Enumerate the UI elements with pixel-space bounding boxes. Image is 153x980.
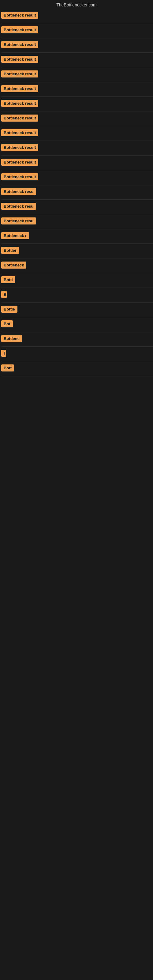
result-row: Bottleneck resu [1,185,153,200]
result-row: Bottleneck result [1,156,153,170]
result-row: Bot [1,317,153,332]
result-row: Bottleneck resu [1,200,153,215]
result-row: Bottleneck result [1,38,153,52]
result-row: B [1,288,153,302]
bottleneck-badge[interactable]: Bot [1,320,13,328]
result-row: Bottleneck result [1,97,153,111]
bottleneck-badge[interactable]: B [1,291,7,298]
result-row: Bottleneck result [1,52,153,67]
result-row: Bottleneck r [1,229,153,244]
result-row: Bott [1,361,153,376]
result-row: Bottleneck result [1,111,153,126]
bottleneck-badge[interactable]: Bottleneck result [1,173,38,180]
bottleneck-badge[interactable]: Bottlene [1,335,22,342]
site-title: TheBottlenecker.com [0,0,153,9]
result-row: Bottleneck result [1,141,153,156]
result-row: Bottleneck result [1,67,153,82]
bottleneck-badge[interactable]: Bott [1,364,14,371]
bottleneck-badge[interactable]: Bottler [1,247,19,254]
bottleneck-badge[interactable]: Bottleneck resu [1,203,36,210]
bottleneck-badge[interactable]: Bottleneck result [1,115,38,122]
result-row: Bottler [1,244,153,258]
bottleneck-badge[interactable]: Bottleneck result [1,56,38,63]
result-row: Bottle [1,302,153,317]
bottleneck-badge[interactable]: Bottleneck result [1,144,38,151]
bottleneck-badge[interactable]: Bottleneck [1,261,26,269]
bottleneck-badge[interactable]: I [1,350,6,357]
bottleneck-badge[interactable]: Bottleneck result [1,70,38,78]
bottleneck-badge[interactable]: Bottleneck result [1,26,38,33]
bottleneck-badge[interactable]: Bottleneck result [1,100,38,107]
bottleneck-badge[interactable]: Bottleneck resu [1,188,36,195]
bottleneck-badge[interactable]: Bottleneck result [1,41,38,48]
result-row: Bottl [1,273,153,288]
result-row: I [1,347,153,361]
result-row: Bottleneck resu [1,215,153,229]
bottleneck-badge[interactable]: Bottle [1,305,18,313]
bottleneck-badge[interactable]: Bottl [1,276,15,283]
bottleneck-badge[interactable]: Bottleneck resu [1,218,36,224]
result-row: Bottleneck result [1,23,153,38]
result-row: Bottleneck result [1,126,153,141]
bottleneck-badge[interactable]: Bottleneck result [1,129,38,136]
result-row: Bottleneck result [1,9,153,23]
bottleneck-badge[interactable]: Bottleneck r [1,232,29,239]
bottleneck-badge[interactable]: Bottleneck result [1,85,38,92]
result-row: Bottleneck [1,258,153,273]
result-row: Bottleneck result [1,82,153,97]
bottleneck-badge[interactable]: Bottleneck result [1,159,38,166]
bottleneck-badge[interactable]: Bottleneck result [1,12,38,19]
result-row: Bottlene [1,332,153,347]
result-row: Bottleneck result [1,170,153,185]
